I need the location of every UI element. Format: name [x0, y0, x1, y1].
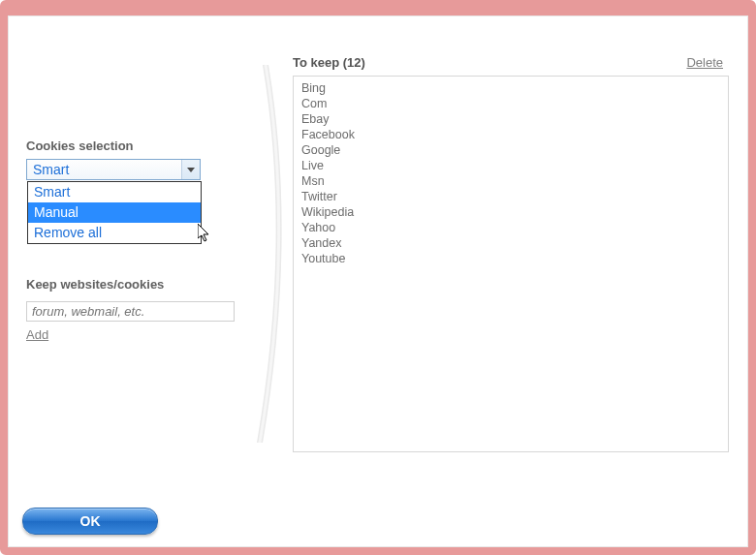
right-panel: To keep (12) Delete Bing Com Ebay Facebo… — [293, 55, 729, 452]
to-keep-listbox[interactable]: Bing Com Ebay Facebook Google Live Msn T… — [293, 76, 729, 452]
list-item[interactable]: Ebay — [301, 111, 720, 127]
list-item[interactable]: Youtube — [301, 251, 720, 266]
dropdown-option-manual[interactable]: Manual — [28, 202, 201, 223]
combobox-toggle-button[interactable] — [181, 160, 200, 179]
list-item[interactable]: Wikipedia — [301, 204, 720, 220]
window-frame: Cookies selection Smart Smart Manual Rem… — [0, 0, 756, 555]
list-item[interactable]: Google — [301, 142, 720, 158]
cookies-selection-combobox[interactable]: Smart Smart Manual Remove all — [26, 159, 201, 180]
list-item[interactable]: Yahoo — [301, 220, 720, 235]
dropdown-option-smart[interactable]: Smart — [28, 182, 201, 202]
cookies-selection-dropdown[interactable]: Smart Manual Remove all — [27, 181, 202, 244]
keep-websites-heading: Keep websites/cookies — [26, 277, 257, 292]
combobox-value: Smart — [33, 162, 69, 177]
cookies-selection-heading: Cookies selection — [26, 139, 257, 153]
keep-websites-input[interactable] — [26, 301, 235, 322]
dialog-content: Cookies selection Smart Smart Manual Rem… — [8, 15, 748, 547]
list-item[interactable]: Facebook — [301, 127, 720, 142]
list-item[interactable]: Bing — [301, 80, 720, 96]
to-keep-title: To keep (12) — [293, 55, 365, 70]
add-link[interactable]: Add — [26, 327, 48, 342]
list-item[interactable]: Yandex — [301, 235, 720, 251]
ok-button[interactable]: OK — [22, 508, 158, 535]
left-panel: Cookies selection Smart Smart Manual Rem… — [26, 139, 257, 342]
list-item[interactable]: Live — [301, 158, 720, 173]
delete-link[interactable]: Delete — [686, 55, 723, 70]
list-item[interactable]: Msn — [301, 173, 720, 189]
dropdown-option-remove-all[interactable]: Remove all — [28, 223, 201, 243]
keep-websites-section: Keep websites/cookies Add — [26, 277, 257, 342]
to-keep-header: To keep (12) Delete — [293, 55, 729, 70]
divider-curve — [256, 65, 297, 443]
chevron-down-icon — [187, 168, 195, 172]
list-item[interactable]: Twitter — [301, 189, 720, 204]
list-item[interactable]: Com — [301, 96, 720, 111]
